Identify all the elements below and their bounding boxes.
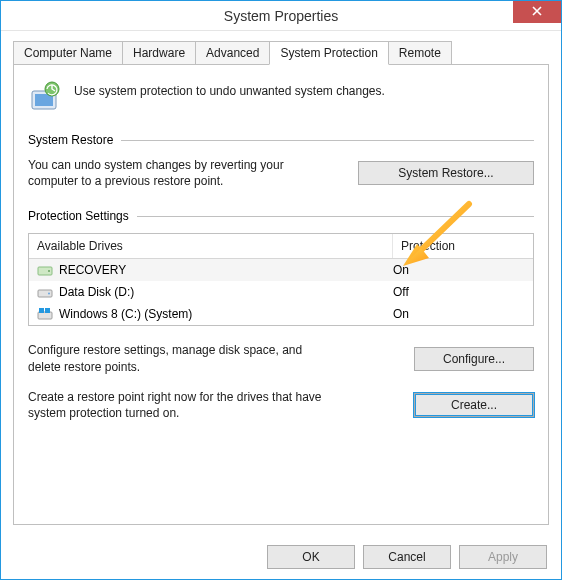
drive-protection: Off [393,285,525,299]
tab-hardware[interactable]: Hardware [122,41,196,64]
window-title: System Properties [224,8,338,24]
group-title-settings: Protection Settings [28,209,129,223]
table-body: RECOVERY On Data Disk (D:) Off [29,259,533,325]
close-icon [532,5,542,19]
system-properties-window: System Properties Computer Name Hardware… [0,0,562,580]
disk-icon [37,284,53,300]
drive-protection: On [393,263,525,277]
restore-row: You can undo system changes by reverting… [28,157,534,189]
close-button[interactable] [513,1,561,23]
group-header-settings: Protection Settings [28,209,534,223]
svg-rect-9 [45,308,50,313]
dialog-content: Computer Name Hardware Advanced System P… [1,31,561,535]
drive-icon [37,262,53,278]
tab-remote[interactable]: Remote [388,41,452,64]
ok-button[interactable]: OK [267,545,355,569]
tab-panel-system-protection: Use system protection to undo unwanted s… [13,65,549,525]
create-row: Create a restore point right now for the… [28,389,534,421]
windows-drive-icon [37,306,53,322]
drive-name: Data Disk (D:) [59,285,134,299]
svg-rect-7 [38,312,52,319]
apply-button[interactable]: Apply [459,545,547,569]
drives-table: Available Drives Protection RECOVERY On [28,233,534,326]
tab-computer-name[interactable]: Computer Name [13,41,123,64]
column-header-protection[interactable]: Protection [393,234,533,258]
divider [121,140,534,141]
group-header-restore: System Restore [28,133,534,147]
intro-row: Use system protection to undo unwanted s… [28,79,534,115]
table-row[interactable]: RECOVERY On [29,259,533,281]
system-restore-button[interactable]: System Restore... [358,161,534,185]
configure-button[interactable]: Configure... [414,347,534,371]
group-title-restore: System Restore [28,133,113,147]
configure-row: Configure restore settings, manage disk … [28,342,534,374]
dialog-footer: OK Cancel Apply [267,545,547,569]
intro-text: Use system protection to undo unwanted s… [74,79,385,100]
tab-strip: Computer Name Hardware Advanced System P… [13,41,549,65]
titlebar: System Properties [1,1,561,31]
tab-system-protection[interactable]: System Protection [269,41,388,65]
create-description: Create a restore point right now for the… [28,389,328,421]
cancel-button[interactable]: Cancel [363,545,451,569]
column-header-drives[interactable]: Available Drives [29,234,393,258]
svg-point-4 [48,270,50,272]
divider [137,216,534,217]
table-row[interactable]: Windows 8 (C:) (System) On [29,303,533,325]
svg-point-6 [48,293,50,295]
restore-description: You can undo system changes by reverting… [28,157,288,189]
tab-advanced[interactable]: Advanced [195,41,270,64]
system-restore-icon [28,79,64,115]
configure-description: Configure restore settings, manage disk … [28,342,328,374]
drive-name: Windows 8 (C:) (System) [59,307,192,321]
create-button[interactable]: Create... [414,393,534,417]
drive-protection: On [393,307,525,321]
drive-name: RECOVERY [59,263,126,277]
svg-rect-8 [39,308,44,313]
table-header: Available Drives Protection [29,234,533,259]
table-row[interactable]: Data Disk (D:) Off [29,281,533,303]
